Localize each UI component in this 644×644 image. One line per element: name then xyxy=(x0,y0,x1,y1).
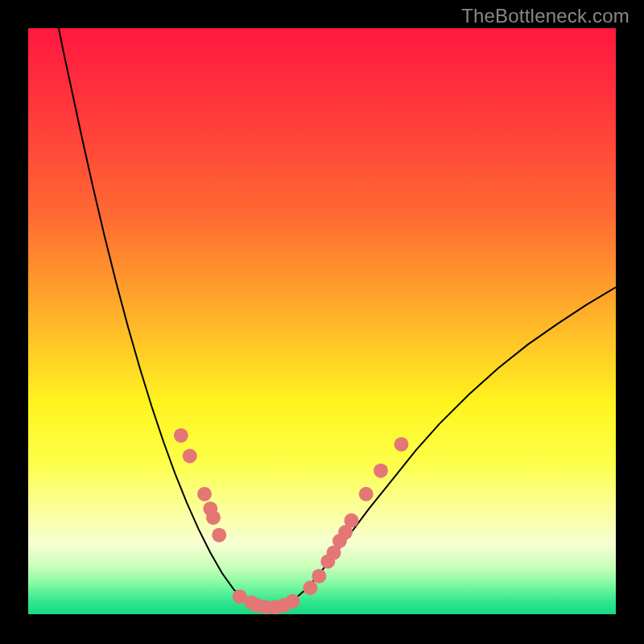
data-marker xyxy=(183,448,197,463)
data-marker xyxy=(345,514,359,528)
data-marker xyxy=(312,569,326,584)
plot-background xyxy=(28,28,616,614)
data-marker xyxy=(174,428,188,443)
data-marker xyxy=(303,580,317,595)
bottleneck-chart xyxy=(0,0,644,644)
data-marker xyxy=(212,528,226,543)
data-marker xyxy=(206,510,221,525)
data-marker xyxy=(374,464,388,478)
data-marker xyxy=(197,487,212,502)
watermark-text: TheBottleneck.com xyxy=(461,5,630,27)
data-marker xyxy=(394,437,409,452)
data-marker xyxy=(286,594,300,609)
chart-container: TheBottleneck.com xyxy=(0,0,644,644)
data-marker xyxy=(359,487,374,502)
